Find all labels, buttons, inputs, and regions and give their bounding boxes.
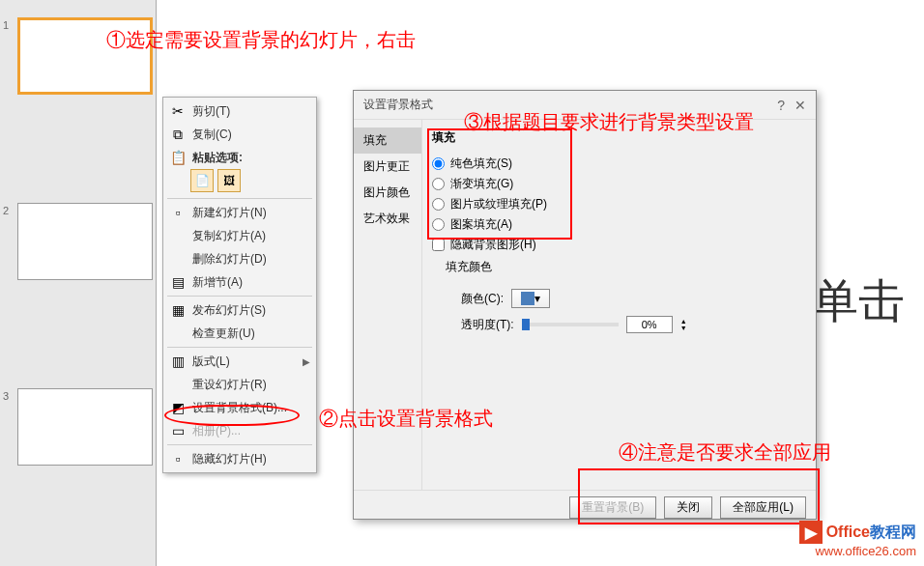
separator <box>167 444 312 445</box>
album-icon: ▭ <box>169 422 187 439</box>
menu-copy[interactable]: ⧉复制(C) <box>163 123 316 146</box>
cut-icon: ✂ <box>169 102 187 120</box>
hide-icon: ▫ <box>169 450 187 467</box>
fill-legend: 填充 <box>432 129 806 146</box>
separator <box>167 347 312 348</box>
checkbox-hide-bg[interactable]: 隐藏背景图形(H) <box>432 235 806 255</box>
dialog-title-text: 设置背景格式 <box>363 97 433 113</box>
publish-icon: ▦ <box>169 301 187 319</box>
menu-hide-slide[interactable]: ▫隐藏幻灯片(H) <box>163 447 316 470</box>
menu-new-section[interactable]: ▤新增节(A) <box>163 270 316 294</box>
radio-picture-fill[interactable]: 图片或纹理填充(P) <box>432 194 806 214</box>
radio-pattern-fill[interactable]: 图案填充(A) <box>432 214 806 235</box>
thumb-number: 2 <box>3 205 9 216</box>
close-icon[interactable]: ✕ <box>794 98 806 113</box>
menu-album: ▭相册(P)... <box>163 419 316 442</box>
separator <box>167 296 312 297</box>
paste-option-1[interactable]: 📄 <box>190 169 214 192</box>
paste-icon: 📋 <box>169 149 187 166</box>
transparency-slider[interactable] <box>522 323 619 326</box>
menu-check-update[interactable]: 检查更新(U) <box>163 322 316 345</box>
chevron-right-icon: ▶ <box>303 356 310 367</box>
slide-title-placeholder[interactable]: 单击 <box>812 270 905 332</box>
radio-solid-fill[interactable]: 纯色填充(S) <box>432 154 806 174</box>
reset-background-button: 重置背景(B) <box>569 496 656 519</box>
copy-icon: ⧉ <box>169 126 187 143</box>
format-bg-icon: ◩ <box>169 399 187 416</box>
fill-color-label: 填充颜色 <box>446 259 806 275</box>
apply-all-button[interactable]: 全部应用(L) <box>720 496 806 519</box>
menu-cut[interactable]: ✂剪切(T) <box>163 99 316 123</box>
menu-paste-options: 📋粘贴选项: <box>163 146 316 169</box>
thumb-number: 1 <box>3 19 9 31</box>
slide-thumbnail-2[interactable] <box>17 203 153 280</box>
help-icon[interactable]: ? <box>777 98 785 113</box>
section-icon: ▤ <box>169 273 187 291</box>
transparency-input[interactable] <box>626 316 673 333</box>
radio-gradient-fill[interactable]: 渐变填充(G) <box>432 174 806 194</box>
watermark-url: www.office26.com <box>799 544 916 558</box>
format-background-dialog: 设置背景格式 ? ✕ 填充 图片更正 图片颜色 艺术效果 填充 纯色填充(S) … <box>353 90 817 520</box>
color-picker-button[interactable]: ▾ <box>511 289 550 308</box>
tab-picture-corrections[interactable]: 图片更正 <box>354 154 421 180</box>
menu-new-slide[interactable]: ▫新建幻灯片(N) <box>163 201 316 224</box>
thumb-number: 3 <box>3 390 9 402</box>
tab-fill[interactable]: 填充 <box>354 127 421 154</box>
menu-layout[interactable]: ▥版式(L)▶ <box>163 350 316 373</box>
new-slide-icon: ▫ <box>169 204 187 221</box>
tab-artistic-effects[interactable]: 艺术效果 <box>354 206 421 232</box>
spin-down[interactable]: ▼ <box>680 325 687 331</box>
menu-reset-slide[interactable]: 重设幻灯片(R) <box>163 373 316 396</box>
slide-thumbnail-panel: 1 2 3 <box>0 0 157 566</box>
menu-duplicate-slide[interactable]: 复制幻灯片(A) <box>163 224 316 247</box>
transparency-label: 透明度(T): <box>461 317 514 333</box>
color-swatch <box>521 292 534 305</box>
paste-option-buttons: 📄 🖼 <box>163 169 316 196</box>
dialog-content: 填充 纯色填充(S) 渐变填充(G) 图片或纹理填充(P) 图案填充(A) 隐藏… <box>421 120 816 490</box>
menu-delete-slide[interactable]: 删除幻灯片(D) <box>163 247 316 270</box>
dialog-footer: 重置背景(B) 关闭 全部应用(L) <box>354 490 816 524</box>
logo-icon: ▶ <box>799 521 823 544</box>
dialog-titlebar: 设置背景格式 ? ✕ <box>354 91 816 120</box>
slide-thumbnail-1[interactable] <box>17 17 153 95</box>
close-button[interactable]: 关闭 <box>664 496 712 519</box>
menu-publish-slide[interactable]: ▦发布幻灯片(S) <box>163 298 316 322</box>
spin-up[interactable]: ▲ <box>680 318 687 325</box>
layout-icon: ▥ <box>169 353 187 370</box>
slider-thumb[interactable] <box>522 319 530 330</box>
context-menu: ✂剪切(T) ⧉复制(C) 📋粘贴选项: 📄 🖼 ▫新建幻灯片(N) 复制幻灯片… <box>162 97 317 473</box>
paste-option-2[interactable]: 🖼 <box>217 169 241 192</box>
watermark: ▶ Office教程网 www.office26.com <box>799 521 916 558</box>
separator <box>167 198 312 199</box>
color-label: 颜色(C): <box>461 291 504 307</box>
slide-thumbnail-3[interactable] <box>17 388 153 466</box>
tab-picture-color[interactable]: 图片颜色 <box>354 180 421 206</box>
menu-format-background[interactable]: ◩设置背景格式(B)... <box>163 396 316 419</box>
dialog-sidebar: 填充 图片更正 图片颜色 艺术效果 <box>354 120 421 490</box>
